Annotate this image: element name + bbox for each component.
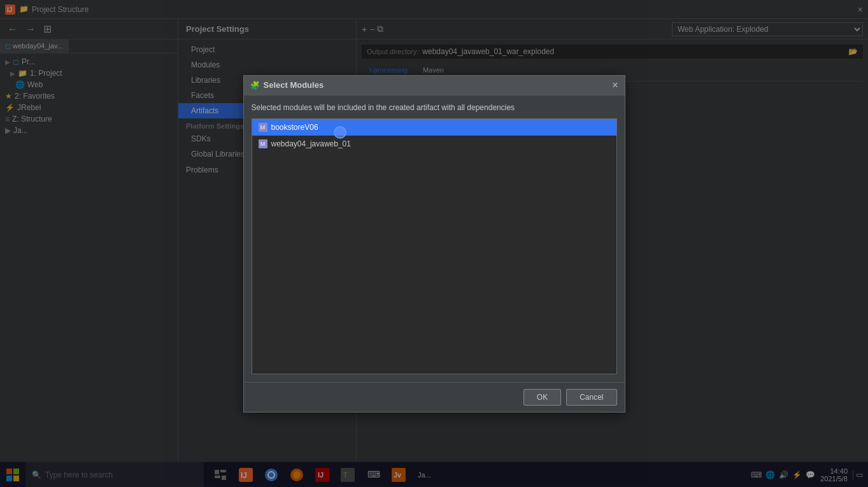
- dialog-title-bar: 🧩 Select Modules ×: [244, 76, 625, 95]
- dialog-overlay: 🧩 Select Modules × Selected modules will…: [0, 0, 868, 487]
- dialog-module-webday04-label: webday04_javaweb_01: [271, 139, 351, 148]
- dialog-module-bookstoreV06-label: bookstoreV06: [271, 123, 318, 132]
- dialog-module-webday04[interactable]: M webday04_javaweb_01: [252, 136, 616, 152]
- dialog-title: Select Modules: [264, 80, 613, 90]
- dialog-list-area: M bookstoreV06 M webday04_javaweb_01: [252, 119, 616, 374]
- dialog-title-icon: 🧩: [250, 81, 260, 90]
- dialog-close-button[interactable]: ×: [612, 80, 618, 91]
- dialog-ok-button[interactable]: OK: [523, 389, 561, 406]
- dialog-info: Selected modules will be included in the…: [252, 103, 617, 112]
- dialog-list: M bookstoreV06 M webday04_javaweb_01: [252, 118, 617, 374]
- dialog-module-bookstoreV06[interactable]: M bookstoreV06: [252, 119, 616, 136]
- select-modules-dialog: 🧩 Select Modules × Selected modules will…: [243, 75, 625, 413]
- module-icon-2: M: [259, 139, 267, 148]
- dialog-footer: OK Cancel: [244, 382, 625, 412]
- dialog-body: Selected modules will be included in the…: [244, 95, 625, 382]
- dialog-cancel-button[interactable]: Cancel: [566, 389, 616, 406]
- module-icon-1: M: [259, 123, 267, 132]
